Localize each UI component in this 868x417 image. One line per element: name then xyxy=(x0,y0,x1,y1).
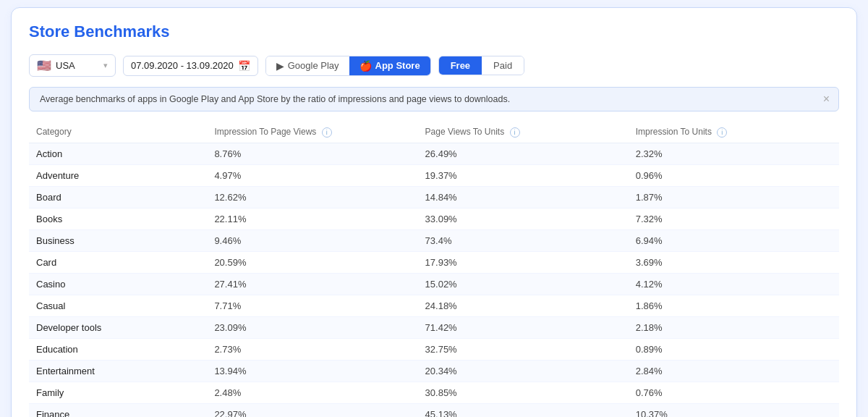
cell-impression-to-units: 2.18% xyxy=(629,316,839,338)
cell-page-views-to-units: 71.42% xyxy=(418,316,629,338)
cell-page-views-to-units: 15.02% xyxy=(418,273,629,295)
page-title: Store Benchmarks xyxy=(29,22,839,41)
google-play-label: Google Play xyxy=(288,60,339,71)
cell-page-views-to-units: 24.18% xyxy=(418,295,629,316)
country-selector[interactable]: 🇺🇸 USA ▾ xyxy=(29,54,116,77)
header-pageviews-label: Page Views To Units xyxy=(425,127,505,137)
cell-impression-to-units: 2.32% xyxy=(629,143,839,164)
country-label: USA xyxy=(56,60,75,71)
table-row: Family 2.48% 30.85% 0.76% xyxy=(29,382,839,403)
apple-icon: 🍎 xyxy=(359,60,372,72)
info-icon-pageviews[interactable]: i xyxy=(510,127,520,138)
cell-page-views-to-units: 20.34% xyxy=(418,360,629,382)
cell-impression-to-page-views: 12.62% xyxy=(207,186,417,208)
table-body: Action 8.76% 26.49% 2.32% Adventure 4.97… xyxy=(29,143,839,417)
toolbar: 🇺🇸 USA ▾ 07.09.2020 - 13.09.2020 📅 ▶ Goo… xyxy=(29,54,839,77)
date-range-value: 07.09.2020 - 13.09.2020 xyxy=(131,60,234,71)
cell-impression-to-page-views: 7.71% xyxy=(207,295,417,316)
table-row: Casino 27.41% 15.02% 4.12% xyxy=(29,273,839,295)
chevron-down-icon: ▾ xyxy=(103,61,108,70)
cell-category: Finance xyxy=(29,403,207,417)
header-impression-to-units: Impression To Units i xyxy=(629,122,839,143)
cell-impression-to-units: 7.32% xyxy=(629,208,839,229)
cell-impression-to-units: 1.86% xyxy=(629,295,839,316)
table-row: Board 12.62% 14.84% 1.87% xyxy=(29,186,839,208)
close-banner-button[interactable]: × xyxy=(823,93,830,105)
app-store-label: App Store xyxy=(375,60,420,71)
country-flag: 🇺🇸 xyxy=(37,59,51,72)
cell-category: Education xyxy=(29,338,207,360)
cell-category: Developer tools xyxy=(29,316,207,338)
tab-app-store[interactable]: 🍎 App Store xyxy=(349,56,430,75)
cell-impression-to-page-views: 20.59% xyxy=(207,251,417,273)
cell-impression-to-page-views: 22.97% xyxy=(207,403,417,417)
info-banner: Average benchmarks of apps in Google Pla… xyxy=(29,87,839,111)
cell-category: Adventure xyxy=(29,164,207,186)
cell-impression-to-page-views: 4.97% xyxy=(207,164,417,186)
cell-page-views-to-units: 19.37% xyxy=(418,164,629,186)
cell-category: Casino xyxy=(29,273,207,295)
cell-page-views-to-units: 73.4% xyxy=(418,229,629,251)
cell-category: Board xyxy=(29,186,207,208)
date-range-picker[interactable]: 07.09.2020 - 13.09.2020 📅 xyxy=(123,56,258,76)
info-icon-units[interactable]: i xyxy=(717,127,727,138)
cell-page-views-to-units: 30.85% xyxy=(418,382,629,403)
cell-impression-to-page-views: 22.11% xyxy=(207,208,417,229)
cell-impression-to-page-views: 2.48% xyxy=(207,382,417,403)
cell-impression-to-units: 0.96% xyxy=(629,164,839,186)
header-page-views-to-units: Page Views To Units i xyxy=(418,122,629,143)
main-container: Store Benchmarks 🇺🇸 USA ▾ 07.09.2020 - 1… xyxy=(11,7,857,417)
cell-page-views-to-units: 33.09% xyxy=(418,208,629,229)
tab-google-play[interactable]: ▶ Google Play xyxy=(266,56,349,75)
benchmarks-table: Category Impression To Page Views i Page… xyxy=(29,122,839,417)
table-row: Casual 7.71% 24.18% 1.86% xyxy=(29,295,839,316)
table-row: Action 8.76% 26.49% 2.32% xyxy=(29,143,839,164)
header-units-label: Impression To Units xyxy=(636,127,712,137)
cell-impression-to-units: 0.76% xyxy=(629,382,839,403)
table-row: Business 9.46% 73.4% 6.94% xyxy=(29,229,839,251)
header-category-label: Category xyxy=(36,127,72,137)
cell-impression-to-units: 2.84% xyxy=(629,360,839,382)
cell-category: Books xyxy=(29,208,207,229)
cell-page-views-to-units: 45.13% xyxy=(418,403,629,417)
banner-text: Average benchmarks of apps in Google Pla… xyxy=(40,94,510,104)
tab-free[interactable]: Free xyxy=(439,56,482,75)
type-tabs: Free Paid xyxy=(438,56,525,75)
cell-page-views-to-units: 17.93% xyxy=(418,251,629,273)
cell-impression-to-page-views: 9.46% xyxy=(207,229,417,251)
cell-impression-to-units: 6.94% xyxy=(629,229,839,251)
table-row: Books 22.11% 33.09% 7.32% xyxy=(29,208,839,229)
cell-page-views-to-units: 32.75% xyxy=(418,338,629,360)
table-row: Developer tools 23.09% 71.42% 2.18% xyxy=(29,316,839,338)
cell-impression-to-page-views: 13.94% xyxy=(207,360,417,382)
store-tabs: ▶ Google Play 🍎 App Store xyxy=(265,56,431,76)
cell-impression-to-page-views: 8.76% xyxy=(207,143,417,164)
cell-page-views-to-units: 14.84% xyxy=(418,186,629,208)
google-play-icon: ▶ xyxy=(276,60,284,72)
cell-impression-to-page-views: 2.73% xyxy=(207,338,417,360)
cell-impression-to-page-views: 23.09% xyxy=(207,316,417,338)
cell-category: Family xyxy=(29,382,207,403)
table-row: Finance 22.97% 45.13% 10.37% xyxy=(29,403,839,417)
table-row: Entertainment 13.94% 20.34% 2.84% xyxy=(29,360,839,382)
cell-category: Business xyxy=(29,229,207,251)
calendar-icon: 📅 xyxy=(238,60,250,72)
cell-impression-to-units: 1.87% xyxy=(629,186,839,208)
cell-impression-to-units: 3.69% xyxy=(629,251,839,273)
cell-category: Entertainment xyxy=(29,360,207,382)
header-category: Category xyxy=(29,122,207,143)
table-row: Card 20.59% 17.93% 3.69% xyxy=(29,251,839,273)
table-row: Education 2.73% 32.75% 0.89% xyxy=(29,338,839,360)
info-icon-impression[interactable]: i xyxy=(322,127,332,138)
cell-impression-to-units: 4.12% xyxy=(629,273,839,295)
table-row: Adventure 4.97% 19.37% 0.96% xyxy=(29,164,839,186)
header-impression-label: Impression To Page Views xyxy=(214,127,316,137)
cell-page-views-to-units: 26.49% xyxy=(418,143,629,164)
cell-impression-to-units: 0.89% xyxy=(629,338,839,360)
cell-category: Casual xyxy=(29,295,207,316)
cell-category: Action xyxy=(29,143,207,164)
table-header-row: Category Impression To Page Views i Page… xyxy=(29,122,839,143)
header-impression-to-page-views: Impression To Page Views i xyxy=(207,122,417,143)
tab-paid[interactable]: Paid xyxy=(482,56,524,75)
cell-impression-to-page-views: 27.41% xyxy=(207,273,417,295)
